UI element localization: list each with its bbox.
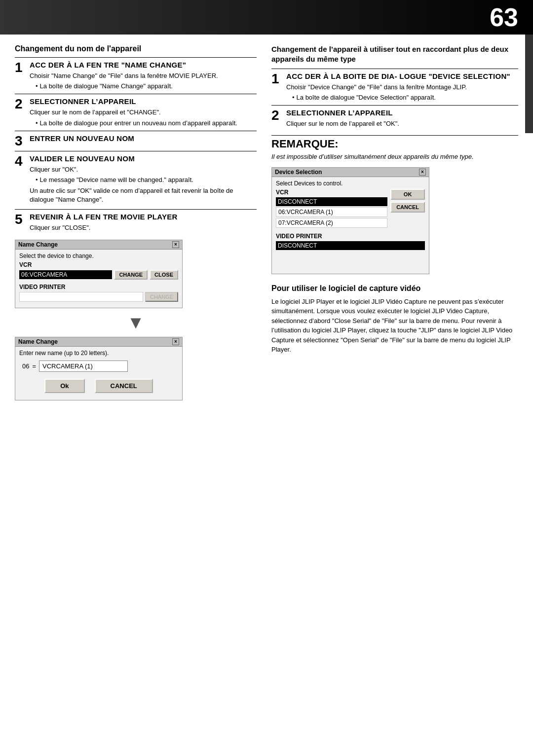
device-selection-dialog: Device Selection × Select Devices to con… (271, 167, 429, 274)
step-5-number: 5 (15, 213, 26, 226)
dialog1-change-button[interactable]: CHANGE (114, 270, 148, 280)
dialog2-number: 06 (22, 362, 29, 370)
right-step-2: 2 SELECTIONNER L’APPAREIL Cliquer sur le… (271, 105, 518, 130)
device-dialog-vcr-row: VCR DISCONNECT 06:VCRCAMERA (1) 07:VCRCA… (276, 189, 425, 229)
step-1-heading: ACC DER à LA FEN TRE "NAME CHANGE" (30, 61, 257, 70)
step-3-heading: ENTRER UN NOUVEAU NOM (30, 134, 257, 143)
device-dialog-label: Select Devices to control. (276, 180, 425, 187)
dialog2-body: Enter new name (up to 20 letters). 06 = … (15, 347, 182, 400)
dialog1-label: Select the device to change. (19, 252, 178, 259)
step-5: 5 REVENIR à LA FEN TRE MOVIE PLAYER Cliq… (15, 209, 257, 234)
dialog1-close-button[interactable]: CLOSE (150, 270, 178, 280)
dialog1-vp-label: VIDEO PRINTER (19, 284, 178, 290)
dialog1-vp-section: VIDEO PRINTER CHANGE (19, 284, 178, 302)
step-2-number: 2 (15, 97, 26, 111)
remarque-block: REMARQUE: Il est impossible d’utiliser s… (271, 135, 518, 161)
step-5-content: REVENIR à LA FEN TRE MOVIE PLAYER Clique… (30, 213, 257, 234)
device-vcr-label: VCR (276, 189, 387, 196)
dialog1-body: Select the device to change. VCR 06:VCRC… (15, 250, 182, 308)
step-2-content: SELECTIONNER L’APPAREIL Cliquer sur le n… (30, 97, 257, 127)
dialog2-close-icon[interactable]: × (172, 338, 179, 345)
device-dialog-buttons: OK CANCEL (390, 189, 425, 213)
step-1-content: ACC DER à LA FEN TRE "NAME CHANGE" Chois… (30, 61, 257, 91)
device-ok-button[interactable]: OK (390, 189, 425, 200)
step-2: 2 SELECTIONNER L’APPAREIL Cliquer sur le… (15, 94, 257, 127)
step-1-body: Choisir "Name Change" de "File" dans la … (30, 72, 257, 80)
step-3-content: ENTRER UN NOUVEAU NOM (30, 134, 257, 145)
dialog2-cancel-button[interactable]: CANCEL (95, 379, 153, 393)
dialog2-titlebar: Name Change × (15, 337, 182, 347)
name-change-dialog-1: Name Change × Select the device to chang… (15, 240, 183, 308)
right-step-2-heading: SELECTIONNER L’APPAREIL (286, 108, 518, 117)
page-number: 63 (490, 2, 518, 32)
remarque-body: Il est impossible d’utiliser simultanéme… (271, 152, 518, 161)
right-step-2-number: 2 (271, 108, 282, 122)
dialog2-eq: = (32, 362, 36, 370)
step-4-extra: Un autre clic sur "OK" valide ce nom d’a… (30, 186, 257, 204)
dialog1-vp-row: CHANGE (19, 292, 178, 302)
page-banner: 63 (0, 0, 533, 35)
right-step-1-body: Choisir "Device Change" de "File" dans l… (286, 83, 518, 92)
dialog2-title: Name Change (18, 338, 58, 345)
step-1-number: 1 (15, 61, 26, 74)
dialog2-name-input[interactable] (39, 360, 128, 372)
dialog1-vcr-row: 06:VCRCAMERA CHANGE CLOSE (19, 270, 178, 280)
step-5-body: Cliquer sur "CLOSE". (30, 223, 257, 232)
right-step-1: 1 ACC DER à LA BOITE DE DIA- LOGUE "DEVI… (271, 69, 518, 102)
step-4-number: 4 (15, 154, 26, 168)
dialog1-vcr-label: VCR (19, 261, 178, 268)
step-2-body: Cliquer sur le nom de l’appareil et "CHA… (30, 108, 257, 117)
right-step-1-bullet: La boîte de dialogue "Device Selection" … (286, 93, 518, 102)
step-4: 4 VALIDER LE NOUVEAU NOM Cliquer sur "OK… (15, 151, 257, 206)
right-accent-bar (525, 35, 533, 133)
device-vcr-item1[interactable]: DISCONNECT (276, 197, 387, 206)
step-3-number: 3 (15, 134, 26, 148)
dialog1-vcr-item[interactable]: 06:VCRCAMERA (19, 270, 112, 279)
dialog1-change-button-2: CHANGE (145, 292, 178, 302)
device-dialog-title: Device Selection (275, 169, 322, 176)
device-vp-item1[interactable]: DISCONNECT (276, 241, 425, 250)
step-3: 3 ENTRER UN NOUVEAU NOM (15, 131, 257, 148)
main-content: Changement du nom de l'appareil 1 ACC DE… (0, 35, 533, 410)
device-dialog-vp-section: VIDEO PRINTER DISCONNECT (276, 233, 425, 271)
dialog1-title: Name Change (18, 241, 58, 248)
step-4-bullet: Le message "Device name will be changed.… (30, 176, 257, 184)
right-step-1-content: ACC DER à LA BOITE DE DIA- LOGUE "DEVICE… (286, 72, 518, 102)
dialog2-bottom-buttons: Ok CANCEL (19, 376, 178, 397)
step-4-content: VALIDER LE NOUVEAU NOM Cliquer sur "OK".… (30, 154, 257, 206)
right-step-2-content: SELECTIONNER L’APPAREIL Cliquer sur le n… (286, 108, 518, 130)
dialog1-vcr-section: VCR 06:VCRCAMERA CHANGE CLOSE (19, 261, 178, 280)
left-section-title: Changement du nom de l'appareil (15, 44, 257, 53)
step-1: 1 ACC DER à LA FEN TRE "NAME CHANGE" Cho… (15, 57, 257, 91)
right-step-1-number: 1 (271, 72, 282, 86)
step-2-heading: SELECTIONNER L’APPAREIL (30, 97, 257, 106)
dialog1-titlebar: Name Change × (15, 240, 182, 250)
device-dialog-body: Select Devices to control. VCR DISCONNEC… (272, 177, 429, 274)
device-vcr-item3[interactable]: 07:VCRCAMERA (2) (276, 218, 387, 228)
dialog1-vp-item (19, 292, 143, 302)
dialog1-close-icon[interactable]: × (172, 241, 179, 248)
dialog2-enter-label: Enter new name (up to 20 letters). (19, 350, 178, 357)
device-vp-empty-area (276, 251, 425, 271)
device-dialog-titlebar: Device Selection × (272, 168, 429, 177)
device-vcr-item2[interactable]: 06:VCRCAMERA (1) (276, 207, 387, 217)
step-5-heading: REVENIR à LA FEN TRE MOVIE PLAYER (30, 213, 257, 221)
step-1-bullet: La boîte de dialogue "Name Change" appar… (30, 82, 257, 91)
left-column: Changement du nom de l'appareil 1 ACC DE… (15, 44, 257, 400)
right-column: Changement de l’appareil à utiliser tout… (266, 44, 518, 400)
step-4-heading: VALIDER LE NOUVEAU NOM (30, 154, 257, 163)
step-4-body: Cliquer sur "OK". (30, 165, 257, 174)
arrow-down-icon: ▼ (15, 312, 257, 333)
dialog2-ok-button[interactable]: Ok (44, 379, 84, 393)
capture-body: Le logiciel JLIP Player et le logiciel J… (271, 297, 518, 355)
step-2-bullet: La boîte de dialogue pour entrer un nouv… (30, 119, 257, 128)
capture-title: Pour utiliser le logiciel de capture vid… (271, 284, 518, 293)
remarque-title: REMARQUE: (271, 135, 518, 150)
device-cancel-button[interactable]: CANCEL (390, 202, 425, 213)
capture-section: Pour utiliser le logiciel de capture vid… (271, 284, 518, 355)
right-step-2-body: Cliquer sur le nom de l’appareil et "OK"… (286, 119, 518, 128)
device-vp-label: VIDEO PRINTER (276, 233, 425, 240)
dialog2-input-row: 06 = (19, 360, 178, 372)
right-section-title: Changement de l’appareil à utiliser tout… (271, 44, 518, 64)
device-dialog-close-icon[interactable]: × (419, 169, 426, 176)
